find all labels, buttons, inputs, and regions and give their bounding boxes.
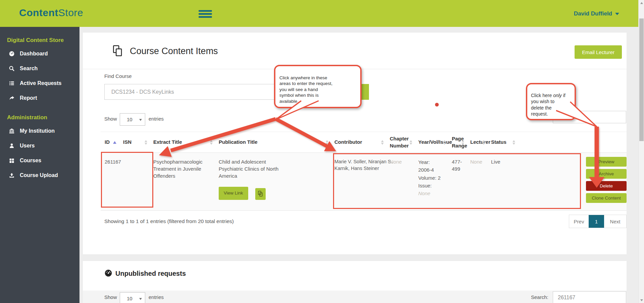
sort-icon — [462, 140, 464, 145]
user-icon — [8, 143, 15, 149]
sidebar: Digital Content Store Dashboard Search A… — [0, 27, 79, 303]
user-menu[interactable]: David Duffield — [574, 10, 619, 17]
unpublished-search-input[interactable] — [553, 291, 626, 303]
show-label: Show — [104, 116, 117, 122]
unpublished-controls-strip: Show 10 entries Search: — [83, 291, 627, 303]
sort-icon — [410, 140, 412, 145]
page-size-value: 10 — [127, 117, 132, 122]
dashboard-icon — [104, 269, 112, 278]
find-course-label: Find Course — [104, 73, 132, 79]
sort-icon — [443, 140, 446, 145]
sort-icon — [381, 140, 384, 145]
delete-button[interactable]: Delete — [586, 181, 627, 191]
pages-icon — [111, 44, 124, 58]
cell-publication-title[interactable]: Child and Adolescent Psychiatric Clinics… — [215, 153, 330, 210]
email-lecturer-button[interactable]: Email Lecturer — [575, 45, 622, 59]
sidebar-item-label: Dashboard — [20, 51, 48, 57]
column-header-publication-title[interactable]: Publication Title — [215, 132, 330, 153]
app-root: ContentStore David Duffield Digital Cont… — [0, 0, 644, 303]
table-header-row: ID ISN Extract Title Publication Title C… — [101, 132, 627, 153]
scroll-down-icon — [640, 299, 643, 301]
column-header-actions — [517, 132, 627, 153]
upload-icon — [8, 172, 15, 178]
sidebar-item-label: Course Upload — [20, 172, 58, 178]
brand-light: Store — [58, 7, 83, 18]
sort-icon — [513, 140, 515, 145]
page-size-select[interactable]: 10 — [120, 113, 145, 126]
search-icon — [8, 66, 15, 72]
annotation-rectangle-details-area — [333, 153, 581, 209]
entries-summary: Showing 1 to 1 of 1 entries (filtered fr… — [104, 218, 234, 224]
select-caret-icon — [139, 119, 142, 121]
column-header-chapter-number[interactable]: Chapter Number — [386, 132, 414, 153]
pagination-current-page[interactable]: 1 — [589, 215, 604, 228]
column-header-isn[interactable]: ISN — [119, 132, 149, 153]
vertical-scrollbar — [638, 0, 644, 303]
sidebar-item-active-requests[interactable]: Active Requests — [0, 76, 79, 91]
sidebar-item-label: Search — [20, 66, 38, 72]
user-name: David Duffield — [574, 10, 612, 17]
sidebar-item-label: Users — [20, 143, 35, 149]
page-size-select[interactable]: 10 — [120, 292, 145, 303]
sort-icon — [145, 140, 147, 145]
entries-label: entries — [149, 294, 164, 300]
scroll-up-icon — [640, 2, 643, 4]
sidebar-item-label: My Institution — [20, 128, 55, 134]
column-header-page-range[interactable]: Page Range — [448, 132, 466, 153]
scrollbar-down-button[interactable] — [639, 297, 644, 303]
sort-icon — [482, 140, 485, 145]
pagination: Prev 1 Next — [569, 215, 627, 228]
column-header-extract-title[interactable]: Extract Title — [149, 132, 215, 153]
page-title: Course Content Items — [130, 46, 218, 56]
sort-icon — [326, 140, 328, 145]
column-header-lecturer[interactable]: Lecturer — [466, 132, 487, 153]
sidebar-item-label: Courses — [20, 158, 41, 164]
clone-content-button[interactable]: Clone Content — [586, 193, 627, 203]
brand-bold: Content — [19, 7, 58, 18]
sidebar-item-courses[interactable]: Courses — [0, 153, 79, 168]
scrollbar-up-button[interactable] — [639, 0, 644, 6]
unpublished-requests-title: Unpublished requests — [115, 270, 186, 277]
dashboard-icon — [8, 51, 15, 57]
publication-title-text: Child and Adolescent Psychiatric Clinics… — [219, 158, 290, 179]
list-icon — [8, 80, 15, 86]
copy-link-button[interactable] — [255, 188, 266, 200]
institution-icon — [8, 128, 15, 134]
sort-icon — [210, 140, 213, 145]
sidebar-item-course-upload[interactable]: Course Upload — [0, 168, 79, 183]
page-size-value: 10 — [127, 296, 132, 301]
scrollbar-thumb[interactable] — [639, 18, 644, 141]
view-link-button[interactable]: View Link — [219, 187, 248, 200]
column-header-id[interactable]: ID — [101, 132, 119, 153]
sidebar-item-users[interactable]: Users — [0, 138, 79, 153]
sidebar-item-report[interactable]: Report — [0, 91, 79, 105]
column-header-contributor[interactable]: Contributor — [330, 132, 386, 153]
contentstore-logo[interactable]: ContentStore — [19, 7, 83, 18]
annotation-rectangle-id-area — [101, 152, 153, 208]
annotation-callout-click-areas: Click anywhere in these areas to enter t… — [274, 65, 362, 108]
cell-extract-title[interactable]: Psychopharmacologic Treatment in Juvenil… — [149, 153, 215, 210]
sidebar-item-my-institution[interactable]: My Institution — [0, 124, 79, 138]
preview-button[interactable]: Preview — [586, 157, 627, 167]
sort-asc-icon — [113, 141, 116, 144]
column-header-year-vol-issue[interactable]: Year/Vol/Issue — [414, 132, 448, 153]
sidebar-item-dashboard[interactable]: Dashboard — [0, 46, 79, 61]
column-header-status[interactable]: Status — [487, 132, 517, 153]
sidebar-item-label: Report — [20, 95, 37, 101]
sidebar-item-label: Active Requests — [20, 80, 62, 86]
annotation-callout-delete: Click here only if you wish to delete th… — [526, 83, 576, 120]
archive-button[interactable]: Archive — [586, 169, 627, 179]
pagination-prev-button[interactable]: Prev — [569, 215, 589, 228]
search-label: Search: — [531, 294, 548, 300]
chevron-down-icon — [615, 13, 619, 15]
show-label: Show — [104, 294, 117, 300]
select-caret-icon — [139, 298, 142, 300]
report-icon — [8, 95, 15, 101]
unpublished-requests-panel: Unpublished requests Show 10 entries Sea… — [83, 261, 627, 303]
annotation-red-dot — [435, 103, 439, 106]
courses-grid-icon — [8, 158, 15, 164]
hamburger-menu-icon[interactable] — [199, 10, 212, 18]
pagination-next-button[interactable]: Next — [604, 215, 626, 228]
entries-label: entries — [149, 116, 164, 122]
sidebar-item-search[interactable]: Search — [0, 61, 79, 76]
